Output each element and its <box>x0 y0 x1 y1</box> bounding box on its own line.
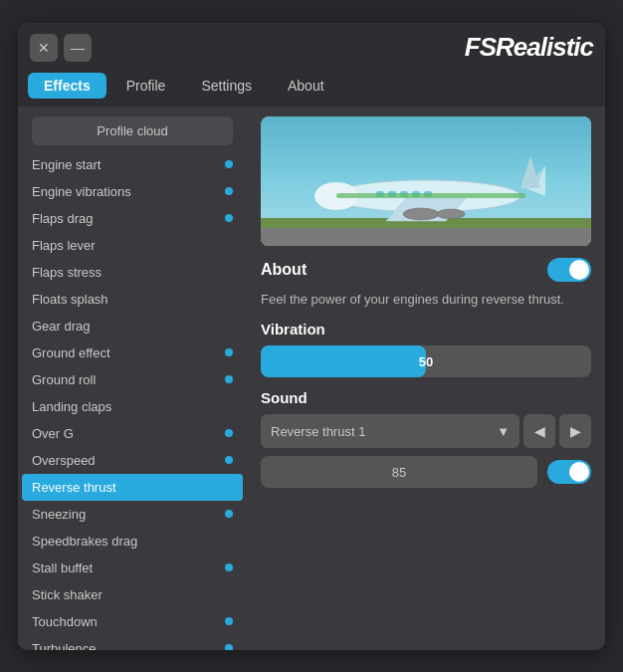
sidebar-item-label: Speedbrakes drag <box>32 534 137 549</box>
sidebar-item-label: Flaps stress <box>32 265 102 280</box>
sidebar: Profile cloud Engine startEngine vibrati… <box>18 107 247 650</box>
about-section: About Feel the power of your engines dur… <box>261 258 591 310</box>
about-title: About <box>261 261 307 279</box>
sidebar-item-flaps-lever[interactable]: Flaps lever <box>18 232 247 259</box>
minimize-button[interactable]: — <box>64 34 92 62</box>
close-button[interactable]: ✕ <box>30 34 58 62</box>
dot-indicator <box>225 187 233 195</box>
dot-indicator <box>225 617 233 625</box>
sidebar-list: Engine startEngine vibrationsFlaps dragF… <box>18 151 247 650</box>
svg-rect-13 <box>336 193 525 198</box>
dot-indicator <box>225 429 233 437</box>
tab-about[interactable]: About <box>272 73 340 99</box>
sidebar-item-label: Flaps drag <box>32 211 93 226</box>
app-window: ✕ — FSRealistic Effects Profile Settings… <box>18 23 605 650</box>
dot-indicator <box>225 375 233 383</box>
sound-selector: Reverse thrust 1 ▼ ◀ ▶ <box>261 414 591 448</box>
sidebar-item-label: Touchdown <box>32 614 98 629</box>
sidebar-item-label: Turbulence <box>32 641 97 650</box>
about-toggle[interactable] <box>547 258 591 282</box>
dot-indicator <box>225 456 233 464</box>
dot-indicator <box>225 214 233 222</box>
profile-cloud-button[interactable]: Profile cloud <box>32 116 233 145</box>
sidebar-item-floats-splash[interactable]: Floats splash <box>18 286 247 313</box>
sidebar-item-label: Ground roll <box>32 372 96 387</box>
sidebar-item-label: Stall buffet <box>32 560 93 575</box>
dot-indicator <box>225 160 233 168</box>
sound-dropdown[interactable]: Reverse thrust 1 ▼ <box>261 414 519 448</box>
sidebar-item-label: Flaps lever <box>32 238 96 253</box>
about-header-row: About <box>261 258 591 282</box>
svg-point-5 <box>437 209 465 219</box>
sidebar-item-engine-vibrations[interactable]: Engine vibrations <box>18 178 247 205</box>
sidebar-item-overspeed[interactable]: Overspeed <box>18 447 247 474</box>
logo-realistic: Realistic <box>496 32 593 62</box>
tab-effects[interactable]: Effects <box>28 73 106 99</box>
sidebar-item-label: Reverse thrust <box>32 480 116 495</box>
vibration-value: 50 <box>419 354 433 369</box>
sidebar-item-label: Stick shaker <box>32 587 103 602</box>
sidebar-item-touchdown[interactable]: Touchdown <box>18 608 247 635</box>
sidebar-item-turbulence[interactable]: Turbulence <box>18 635 247 650</box>
title-bar: ✕ — FSRealistic <box>18 23 605 73</box>
sidebar-item-engine-start[interactable]: Engine start <box>18 151 247 178</box>
tab-settings[interactable]: Settings <box>185 73 268 99</box>
dot-indicator <box>225 510 233 518</box>
vibration-fill <box>261 345 426 377</box>
sidebar-item-landing-claps[interactable]: Landing claps <box>18 393 247 420</box>
volume-value: 85 <box>392 465 406 480</box>
dot-indicator <box>225 563 233 571</box>
tab-profile[interactable]: Profile <box>110 73 182 99</box>
sidebar-item-speedbrakes-drag[interactable]: Speedbrakes drag <box>18 528 247 555</box>
sidebar-item-label: Floats splash <box>32 292 108 307</box>
sidebar-item-gear-drag[interactable]: Gear drag <box>18 313 247 339</box>
logo-fs: FS <box>465 32 496 62</box>
vibration-slider[interactable]: 50 <box>261 345 591 377</box>
vibration-title: Vibration <box>261 321 591 337</box>
sidebar-item-flaps-drag[interactable]: Flaps drag <box>18 205 247 232</box>
sound-next-button[interactable]: ▶ <box>559 414 591 448</box>
dot-indicator <box>225 348 233 356</box>
sidebar-item-label: Overspeed <box>32 453 96 468</box>
volume-row: 85 <box>261 456 591 488</box>
app-logo: FSRealistic <box>465 32 593 63</box>
sound-option-label: Reverse thrust 1 <box>271 424 365 439</box>
dropdown-arrow-icon: ▼ <box>497 424 510 439</box>
sidebar-item-label: Engine start <box>32 157 101 172</box>
sidebar-item-label: Engine vibrations <box>32 184 131 199</box>
sidebar-item-reverse-thrust[interactable]: Reverse thrust <box>22 474 243 501</box>
sidebar-item-flaps-stress[interactable]: Flaps stress <box>18 259 247 286</box>
right-panel: About Feel the power of your engines dur… <box>247 107 605 650</box>
sidebar-item-over-g[interactable]: Over G <box>18 420 247 447</box>
volume-toggle[interactable] <box>547 460 591 484</box>
sidebar-item-label: Over G <box>32 426 74 441</box>
sidebar-item-ground-effect[interactable]: Ground effect <box>18 339 247 366</box>
svg-marker-12 <box>520 156 540 188</box>
sound-title: Sound <box>261 389 591 406</box>
volume-slider[interactable]: 85 <box>261 456 537 488</box>
sidebar-item-stick-shaker[interactable]: Stick shaker <box>18 581 247 608</box>
sound-prev-button[interactable]: ◀ <box>523 414 555 448</box>
plane-illustration <box>307 146 545 236</box>
preview-image <box>261 116 591 246</box>
sidebar-item-label: Landing claps <box>32 399 111 414</box>
main-content: Profile cloud Engine startEngine vibrati… <box>18 107 605 650</box>
sidebar-item-label: Sneezing <box>32 507 86 522</box>
svg-point-4 <box>403 208 439 220</box>
sound-section: Sound Reverse thrust 1 ▼ ◀ ▶ 85 <box>261 389 591 488</box>
sidebar-item-label: Ground effect <box>32 345 110 360</box>
sidebar-item-sneezing[interactable]: Sneezing <box>18 501 247 528</box>
vibration-section: Vibration 50 <box>261 321 591 377</box>
tab-bar: Effects Profile Settings About <box>18 73 605 107</box>
sidebar-item-label: Gear drag <box>32 319 91 334</box>
about-description: Feel the power of your engines during re… <box>261 290 591 310</box>
sidebar-item-stall-buffet[interactable]: Stall buffet <box>18 555 247 581</box>
dot-indicator <box>225 644 233 650</box>
sidebar-item-ground-roll[interactable]: Ground roll <box>18 366 247 393</box>
